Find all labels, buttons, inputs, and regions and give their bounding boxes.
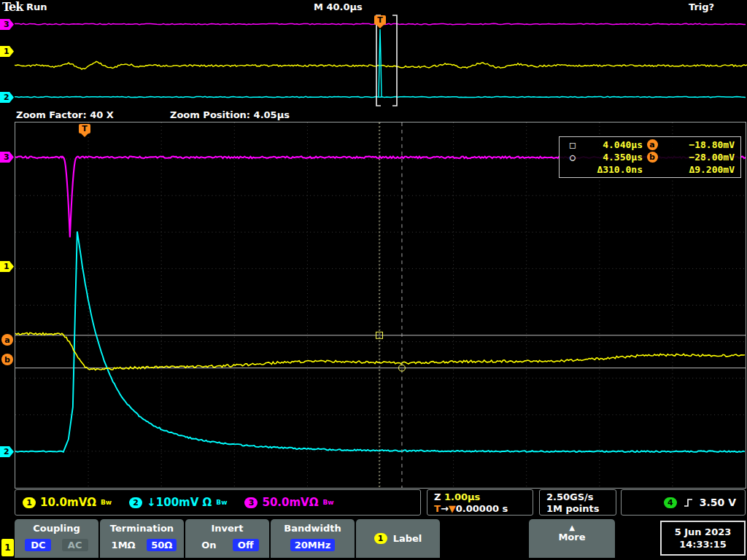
main-ch1-marker: 1 bbox=[0, 261, 14, 272]
ch2-bandwidth-limit-icon: Bw bbox=[216, 499, 227, 506]
channel-scale-readouts: 1 10.0mVΩBw 2 ↓100mV ΩBw 3 50.0mVΩBw bbox=[15, 489, 421, 516]
ch3-badge: 3 bbox=[244, 497, 258, 508]
termination-1mohm-option[interactable]: 1MΩ bbox=[107, 539, 140, 551]
label-button[interactable]: 1 Label bbox=[356, 519, 440, 558]
overview-ch1-marker: 1 bbox=[0, 46, 14, 57]
ch3-bandwidth-limit-icon: Bw bbox=[322, 499, 333, 506]
trigger-status: Trig? bbox=[689, 1, 714, 12]
tek-logo: Tek bbox=[2, 0, 23, 14]
acquisition-status: Run bbox=[26, 1, 47, 12]
top-status-bar: Tek Run M 40.0µs Trig? bbox=[0, 0, 747, 13]
overview-ch3-marker: 3 bbox=[0, 19, 14, 30]
cursor-b-tag: b bbox=[647, 152, 658, 163]
ov-ch2-trace bbox=[15, 96, 746, 97]
zoom-scale-readout: 1.00µs bbox=[444, 491, 480, 502]
invert-button[interactable]: Invert On Off bbox=[185, 519, 269, 558]
cursor-a-tag: a bbox=[647, 139, 658, 150]
bandwidth-20mhz-option[interactable]: 20MHz bbox=[290, 539, 335, 551]
oscilloscope-screen: Tek Run M 40.0µs Trig? 3 1 2 T Zoom Fact… bbox=[0, 0, 747, 560]
zoom-bracket-right bbox=[392, 15, 397, 106]
cursor-b-circle-icon: ○ bbox=[565, 152, 580, 163]
ov-ch2-spike bbox=[379, 29, 382, 97]
rising-edge-icon bbox=[684, 498, 693, 508]
trigger-marker-icon: ▼ bbox=[449, 503, 456, 514]
coupling-title: Coupling bbox=[15, 523, 98, 534]
zoom-factor-readout: Zoom Factor: 40 X bbox=[16, 109, 114, 120]
overview-trigger-flag-icon[interactable]: T bbox=[374, 15, 386, 25]
overview-ch2-marker: 2 bbox=[0, 92, 14, 103]
bandwidth-button[interactable]: Bandwidth 20MHz bbox=[271, 519, 355, 558]
main-timebase-readout: M 40.0µs bbox=[314, 1, 363, 12]
datetime-display: 5 Jun 2023 14:33:15 bbox=[660, 521, 746, 556]
cursor-a-badge[interactable]: a bbox=[1, 334, 13, 346]
invert-title: Invert bbox=[185, 523, 269, 534]
trigger-delay-readout: 0.00000 s bbox=[456, 503, 508, 514]
cursor-a-time: 4.040µs bbox=[580, 139, 643, 150]
coupling-ac-option[interactable]: AC bbox=[62, 539, 88, 551]
coupling-dc-option[interactable]: DC bbox=[25, 539, 51, 551]
acquisition-info-box: 2.50GS/s 1M points bbox=[539, 489, 616, 516]
date-readout: 5 Jun 2023 bbox=[675, 526, 732, 537]
ch1-scale-readout[interactable]: 1 10.0mVΩBw bbox=[23, 496, 112, 509]
invert-on-option[interactable]: On bbox=[196, 539, 222, 551]
main-ch3-marker: 3 bbox=[0, 152, 14, 163]
cursor-readout-box: □ 4.040µs a −18.80mV ○ 4.350µs b −28.00m… bbox=[559, 136, 741, 178]
trigger-arrow-icon: → bbox=[441, 503, 449, 514]
zoom-position-readout: Zoom Position: 4.05µs bbox=[170, 109, 290, 120]
trigger-source-badge: 4 bbox=[664, 497, 677, 508]
cursor-b-voltage: −28.00mV bbox=[662, 152, 735, 163]
time-readout: 14:33:15 bbox=[679, 539, 727, 550]
active-channel-badge: 1 bbox=[1, 539, 14, 556]
more-up-arrow-icon: ▲ bbox=[529, 524, 615, 532]
main-trigger-flag-icon[interactable]: T bbox=[79, 124, 90, 133]
record-length-readout: 1M points bbox=[546, 503, 599, 514]
ch2-badge: 2 bbox=[129, 497, 142, 508]
label-ch1-badge: 1 bbox=[374, 533, 387, 544]
termination-title: Termination bbox=[100, 523, 184, 534]
cursor-b-time: 4.350µs bbox=[580, 152, 643, 163]
zoom-timebase-box: Z 1.00µs T→▼0.00000 s bbox=[427, 489, 533, 516]
cursor-b-badge[interactable]: b bbox=[1, 354, 13, 365]
termination-button[interactable]: Termination 1MΩ 50Ω bbox=[100, 519, 184, 558]
ch2-scale-readout[interactable]: 2 ↓100mV ΩBw bbox=[129, 496, 227, 509]
bandwidth-title: Bandwidth bbox=[271, 523, 355, 534]
ch1-badge: 1 bbox=[23, 497, 36, 508]
zoom-info-bar: Zoom Factor: 40 X Zoom Position: 4.05µs bbox=[15, 109, 747, 121]
main-ch2-marker: 2 bbox=[0, 446, 14, 457]
invert-off-option[interactable]: Off bbox=[233, 539, 259, 551]
label-text: Label bbox=[393, 533, 422, 544]
trigger-t-icon: T bbox=[434, 503, 441, 514]
cursor-delta-time: Δ310.0ns bbox=[580, 164, 643, 175]
sample-rate-readout: 2.50GS/s bbox=[546, 491, 594, 502]
trigger-settings-box: 4 3.50 V bbox=[621, 489, 746, 516]
cursor-a-square-icon: □ bbox=[565, 139, 580, 150]
trigger-level-readout: 3.50 V bbox=[700, 497, 736, 508]
zoom-scale-prefix: Z bbox=[434, 491, 441, 502]
more-text: More bbox=[558, 532, 585, 542]
more-button[interactable]: ▲ More bbox=[529, 519, 615, 558]
termination-50ohm-option[interactable]: 50Ω bbox=[147, 539, 177, 551]
cursor-a-voltage: −18.80mV bbox=[662, 139, 735, 150]
ch1-bandwidth-limit-icon: Bw bbox=[101, 499, 112, 506]
cursor-delta-voltage: Δ9.200mV bbox=[662, 164, 735, 175]
coupling-button[interactable]: Coupling DC AC bbox=[15, 519, 98, 558]
ch3-scale-readout[interactable]: 3 50.0mVΩBw bbox=[244, 496, 333, 509]
